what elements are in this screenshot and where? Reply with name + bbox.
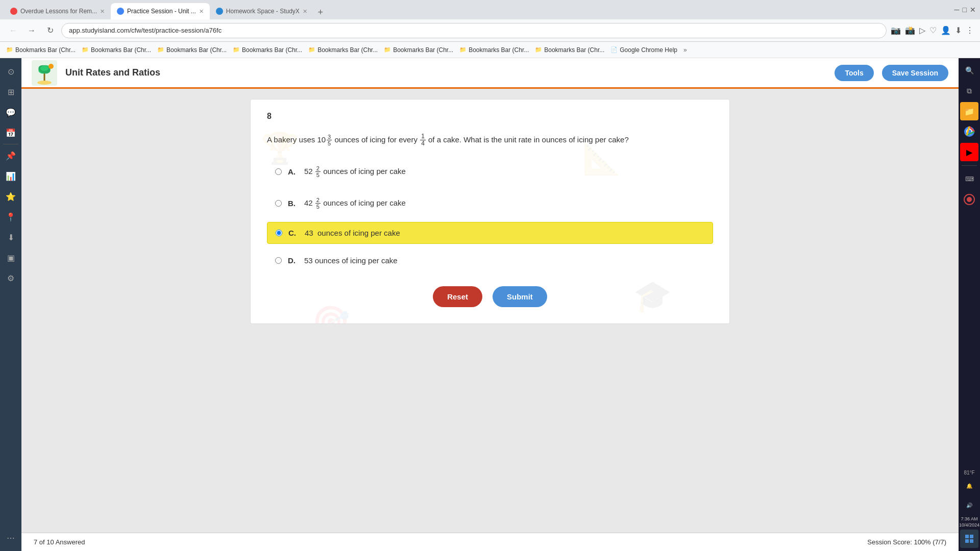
profile-icon[interactable]: 👤	[941, 26, 951, 35]
back-button[interactable]: ←	[6, 26, 20, 35]
bookmark-1[interactable]: 📁 Bookmarks Bar (Chr...	[6, 46, 76, 54]
bookmark-heart-icon[interactable]: ♡	[929, 26, 937, 35]
address-input[interactable]	[61, 23, 887, 38]
taskbar-volume-icon[interactable]: 🔊	[960, 496, 978, 515]
tab-practice-session[interactable]: Practice Session - Unit ... ✕	[111, 3, 210, 19]
browser-titlebar: Overdue Lessons for Rem... ✕ Practice Se…	[0, 0, 980, 19]
opt-b-num: 2	[315, 197, 321, 204]
camera-icon[interactable]: 📸	[905, 26, 915, 35]
bookmark-2[interactable]: 📁 Bookmarks Bar (Chr...	[82, 46, 151, 54]
left-sidebar: ⊙ ⊞ 💬 📅 📌 📊 ⭐ 📍 ⬇ ▣ ⚙ ⋯	[0, 58, 21, 551]
taskbar-folder-icon[interactable]: 📁	[960, 102, 978, 120]
forward-button[interactable]: →	[24, 26, 39, 35]
taskbar-search-icon[interactable]: 🔍	[960, 61, 978, 80]
answer-option-c[interactable]: C. 43 ounces of icing per cake	[267, 222, 713, 244]
sidebar-grid-icon[interactable]: ⊞	[2, 83, 20, 101]
mixed-numerator: 3	[327, 134, 332, 140]
sidebar-download2-icon[interactable]: ⬇	[2, 228, 20, 246]
bookmark-chrome-help[interactable]: 📄 Google Chrome Help	[610, 46, 677, 54]
sidebar-location-icon[interactable]: 📍	[2, 208, 20, 226]
sidebar-settings-icon[interactable]: ⚙	[2, 269, 20, 287]
taskbar-keyboard-icon[interactable]: ⌨	[960, 170, 978, 188]
screenshot-icon[interactable]: 📷	[891, 26, 901, 35]
question-text: A bakery uses 10 3 5 ounces of icing for…	[267, 133, 713, 147]
radio-a[interactable]	[275, 168, 282, 175]
sidebar-home-icon[interactable]: ⊙	[2, 62, 20, 81]
reset-button[interactable]: Reset	[433, 286, 482, 307]
answer-option-a[interactable]: A. 52 2 5 ounces of icing per cake	[267, 159, 713, 184]
bookmark-6[interactable]: 📁 Bookmarks Bar (Chr...	[384, 46, 453, 54]
reload-button[interactable]: ↻	[43, 26, 57, 35]
taskbar-bottom: 81°F 🔔 🔊 7:36 AM 10/4/2024	[959, 469, 979, 548]
taskbar-overflow-icon[interactable]	[960, 530, 978, 548]
radio-b[interactable]	[275, 200, 282, 207]
taskbar-chrome-icon[interactable]	[960, 122, 978, 141]
bookmark-label-8: Bookmarks Bar (Chr...	[544, 46, 604, 54]
tab-close-3[interactable]: ✕	[303, 8, 307, 15]
tab-favicon-3	[216, 8, 223, 15]
download-icon[interactable]: ⬇	[955, 26, 962, 35]
question-text-post: of a cake. What is the unit rate in ounc…	[428, 135, 629, 144]
save-session-button[interactable]: Save Session	[882, 65, 948, 81]
bookmark-label-5: Bookmarks Bar (Chr...	[317, 46, 378, 54]
svg-point-4	[40, 66, 48, 71]
option-b-fraction: 2 5	[315, 197, 321, 210]
svg-rect-13	[970, 535, 973, 538]
sidebar-pin-icon[interactable]: 📌	[2, 146, 20, 165]
bookmarks-more-button[interactable]: »	[683, 46, 687, 54]
opt-b-den: 5	[315, 204, 321, 210]
sidebar-cube-icon[interactable]: ▣	[2, 248, 20, 267]
question-text-mid: ounces of icing for every	[334, 135, 418, 144]
tab-overdue-lessons[interactable]: Overdue Lessons for Rem... ✕	[4, 3, 111, 19]
question-card: 🏆 🎯 📐 🎓 ⭐ 8 A bakery uses 10 3	[250, 99, 730, 324]
sidebar-chart-icon[interactable]: 📊	[2, 167, 20, 185]
submit-button[interactable]: Submit	[493, 286, 547, 307]
sidebar-chat-icon[interactable]: 💬	[2, 103, 20, 121]
answered-count: 7 of 10 Answered	[34, 538, 85, 546]
minimize-button[interactable]: ─	[954, 6, 960, 14]
bookmark-5[interactable]: 📁 Bookmarks Bar (Chr...	[308, 46, 378, 54]
tab-close-1[interactable]: ✕	[100, 8, 105, 15]
taskbar-youtube-icon[interactable]: ▶	[960, 143, 978, 161]
option-a-fraction: 2 5	[315, 165, 321, 178]
answer-option-d[interactable]: D. 53 ounces of icing per cake	[267, 250, 713, 271]
taskbar-circle-icon[interactable]	[960, 190, 978, 209]
bookmark-folder-icon-1: 📁	[6, 46, 13, 53]
play-icon[interactable]: ▷	[919, 26, 925, 35]
bookmark-4[interactable]: 📁 Bookmarks Bar (Chr...	[233, 46, 302, 54]
main-layout: ⊙ ⊞ 💬 📅 📌 📊 ⭐ 📍 ⬇ ▣ ⚙ ⋯	[0, 58, 980, 551]
sidebar-star-icon[interactable]: ⭐	[2, 187, 20, 206]
option-c-text: 43 ounces of icing per cake	[305, 229, 400, 237]
bookmark-8[interactable]: 📁 Bookmarks Bar (Chr...	[535, 46, 604, 54]
tab-homework-space[interactable]: Homework Space - StudyX ✕	[210, 3, 313, 19]
bookmark-label-7: Bookmarks Bar (Chr...	[469, 46, 529, 54]
svg-rect-15	[970, 539, 973, 543]
sidebar-bottom-group: ⋯	[2, 529, 20, 547]
maximize-button[interactable]: □	[963, 6, 967, 14]
new-tab-button[interactable]: +	[313, 5, 328, 19]
bookmark-doc-icon: 📄	[610, 46, 618, 53]
bookmark-7[interactable]: 📁 Bookmarks Bar (Chr...	[459, 46, 529, 54]
address-bar: ← → ↻ 📷 📸 ▷ ♡ 👤 ⬇ ⋮	[0, 19, 980, 42]
sidebar-calendar-icon[interactable]: 📅	[2, 123, 20, 142]
taskbar-notification-icon[interactable]: 🔔	[960, 477, 978, 495]
bookmark-folder-icon-7: 📁	[459, 46, 467, 53]
close-button[interactable]: ✕	[970, 6, 976, 14]
svg-rect-12	[965, 535, 969, 538]
bookmark-folder-icon-8: 📁	[535, 46, 542, 53]
bookmark-3[interactable]: 📁 Bookmarks Bar (Chr...	[157, 46, 227, 54]
address-actions: 📷 📸 ▷ ♡ 👤 ⬇ ⋮	[891, 26, 974, 35]
radio-c[interactable]	[276, 230, 282, 236]
bookmark-folder-icon-4: 📁	[233, 46, 240, 53]
tools-button[interactable]: Tools	[835, 65, 873, 81]
menu-icon[interactable]: ⋮	[966, 26, 974, 35]
bookmark-folder-icon-6: 📁	[384, 46, 391, 53]
option-label-d: D.	[288, 256, 298, 265]
radio-d[interactable]	[275, 257, 282, 264]
svg-point-5	[37, 81, 52, 85]
taskbar-task-view-icon[interactable]: ⧉	[960, 82, 978, 100]
answer-option-b[interactable]: B. 42 2 5 ounces of icing per cake	[267, 191, 713, 216]
tab-close-2[interactable]: ✕	[199, 8, 204, 15]
tab-bar: Overdue Lessons for Rem... ✕ Practice Se…	[4, 0, 948, 19]
svg-rect-14	[965, 539, 969, 543]
